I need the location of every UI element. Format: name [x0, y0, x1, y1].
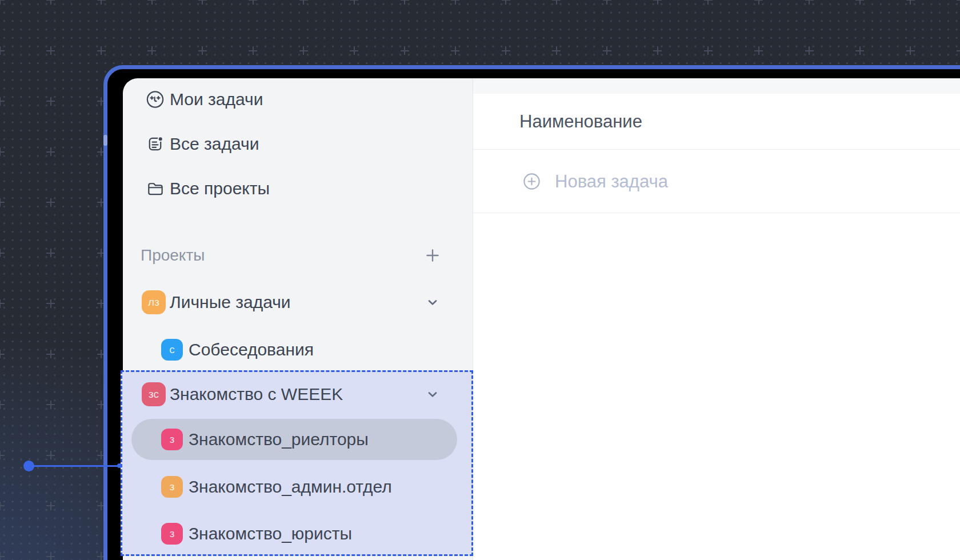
background-cross-mark — [906, 0, 915, 5]
board-label: Знакомство_админ.отдел — [189, 477, 392, 497]
background-cross-mark — [46, 97, 55, 106]
background-cross-mark — [0, 147, 5, 156]
background-cross-mark — [198, 46, 207, 55]
sidebar-item-label: Все проекты — [170, 179, 270, 198]
table-header-row: Наименование — [473, 94, 960, 150]
background-cross-mark — [0, 451, 5, 459]
background-cross-mark — [552, 46, 561, 55]
annotation-pointer-tip — [117, 463, 122, 468]
background-cross-mark — [502, 0, 510, 5]
background-cross-mark — [704, 46, 713, 55]
background-cross-mark — [906, 46, 915, 55]
background-cross-mark — [0, 0, 5, 5]
background-cross-mark — [299, 0, 308, 5]
sidebar-item-all-projects[interactable]: Все проекты — [123, 173, 473, 204]
background-cross-mark — [46, 147, 55, 156]
background-cross-mark — [754, 46, 763, 55]
background-cross-mark — [805, 0, 814, 5]
background-cross-mark — [46, 451, 55, 459]
background-cross-mark — [46, 249, 55, 257]
app-panel: Мои задачи Все задачи Все — [123, 78, 960, 560]
background-cross-mark — [653, 0, 662, 5]
background-cross-mark — [46, 401, 55, 409]
background-cross-mark — [855, 0, 864, 5]
background-cross-mark — [552, 0, 561, 5]
face-smile-icon — [145, 90, 165, 110]
chevron-down-icon[interactable] — [425, 294, 441, 310]
background-cross-mark — [97, 0, 106, 5]
new-task-row[interactable]: Новая задача — [473, 150, 960, 213]
project-badge: зс — [142, 382, 166, 406]
background-cross-mark — [46, 502, 55, 510]
background-cross-mark — [249, 46, 257, 55]
main-content: Наименование Новая задача — [473, 78, 960, 560]
new-task-placeholder: Новая задача — [555, 171, 668, 192]
background-cross-mark — [147, 0, 156, 5]
background-cross-mark — [46, 350, 55, 358]
background-cross-mark — [46, 299, 55, 308]
background-cross-mark — [805, 46, 814, 55]
board-badge: с — [161, 339, 183, 361]
sidebar-item-all-tasks[interactable]: Все задачи — [123, 129, 473, 159]
background-cross-mark — [0, 552, 5, 560]
project-label: Личные задачи — [170, 293, 291, 312]
window-border-highlight — [103, 135, 107, 146]
add-project-button[interactable] — [425, 247, 441, 263]
background-cross-mark — [46, 198, 55, 207]
background-cross-mark — [754, 0, 763, 5]
background-cross-mark — [46, 46, 55, 55]
chevron-down-icon[interactable] — [425, 386, 441, 402]
sidebar-item-label: Все задачи — [170, 134, 259, 154]
background-cross-mark — [0, 198, 5, 207]
background-cross-mark — [401, 46, 409, 55]
sidebar-board-interviews[interactable]: с Собеседования — [123, 334, 473, 365]
background-cross-mark — [451, 46, 459, 55]
board-label: Знакомство_риелторы — [189, 430, 369, 449]
background-cross-mark — [0, 350, 5, 358]
background-cross-mark — [46, 552, 55, 560]
project-badge: лз — [142, 290, 166, 314]
plus-circle-icon — [522, 171, 542, 191]
sidebar-item-label: Мои задачи — [170, 90, 263, 109]
background-cross-mark — [704, 0, 713, 5]
background-cross-mark — [97, 46, 106, 55]
board-badge: з — [161, 476, 183, 498]
task-list-icon — [145, 134, 165, 154]
background-cross-mark — [451, 0, 459, 5]
background-cross-mark — [198, 0, 207, 5]
folder-icon — [145, 179, 165, 199]
project-label: Знакомство с WEEEK — [170, 385, 343, 404]
background-cross-mark — [653, 46, 662, 55]
background-cross-mark — [249, 0, 257, 5]
background-cross-mark — [46, 0, 55, 5]
sidebar-board-admin-dept[interactable]: з Знакомство_админ.отдел — [123, 471, 473, 502]
background-cross-mark — [350, 46, 358, 55]
sidebar-item-my-tasks[interactable]: Мои задачи — [123, 84, 473, 115]
board-badge: з — [161, 523, 183, 545]
board-label: Знакомство_юристы — [189, 524, 352, 543]
background-cross-mark — [0, 249, 5, 257]
background-cross-mark — [957, 46, 960, 55]
sidebar-board-realtors[interactable]: з Знакомство_риелторы — [123, 424, 473, 455]
sidebar: Мои задачи Все задачи Все — [123, 78, 473, 560]
background-cross-mark — [0, 97, 5, 106]
sidebar-board-lawyers[interactable]: з Знакомство_юристы — [123, 518, 473, 549]
background-cross-mark — [957, 0, 960, 5]
board-badge: з — [161, 429, 183, 450]
background-cross-mark — [350, 0, 358, 5]
sidebar-project-weeek-intro[interactable]: зс Знакомство с WEEEK — [123, 379, 473, 410]
annotation-pointer-line — [29, 465, 119, 467]
background-cross-mark — [401, 0, 409, 5]
background-cross-mark — [0, 502, 5, 510]
background-cross-mark — [502, 46, 510, 55]
background-cross-mark — [0, 401, 5, 409]
projects-section-label: Проекты — [141, 246, 205, 265]
background-cross-mark — [603, 46, 611, 55]
background-cross-mark — [299, 46, 308, 55]
column-header-name: Наименование — [519, 111, 642, 132]
background-cross-mark — [603, 0, 611, 5]
background-cross-mark — [855, 46, 864, 55]
projects-section-header: Проекты — [123, 240, 473, 271]
background-cross-mark — [0, 46, 5, 55]
sidebar-project-personal-tasks[interactable]: лз Личные задачи — [123, 287, 473, 318]
